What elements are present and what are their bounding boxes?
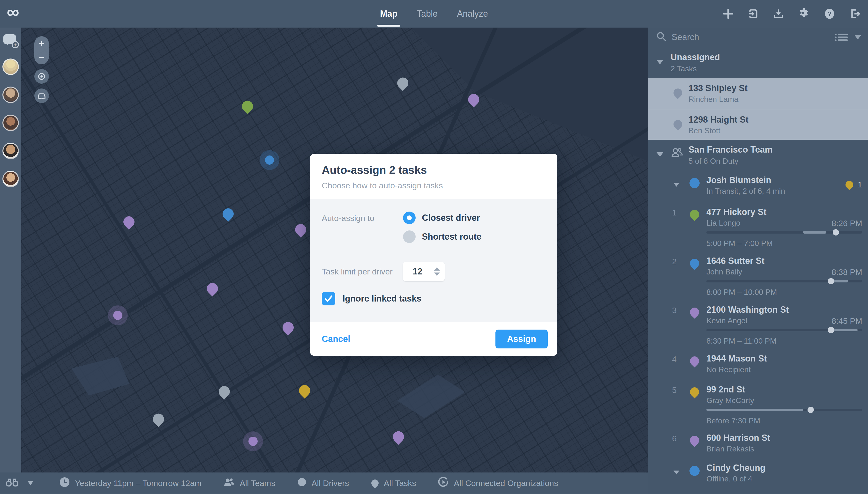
driver-task-row[interactable]: 3 2100 Washington St Kevin Angel 8:45 PM…	[648, 299, 868, 348]
drivers-filter[interactable]: All Drivers	[298, 478, 349, 489]
task-limit-label: Task limit per driver	[322, 267, 403, 277]
driver-task-row[interactable]: 6 600 Harrison St Brian Rekasis	[648, 427, 868, 458]
collapse-triangle-icon[interactable]	[673, 471, 679, 474]
collapse-triangle-icon[interactable]	[673, 183, 679, 187]
teams-filter[interactable]: All Teams	[224, 478, 275, 488]
zoom-in-button[interactable]: +	[39, 38, 44, 49]
map-purple-driver-dot[interactable]	[248, 437, 258, 446]
driver-task-row[interactable]: 2 1646 Sutter St John Baily 8:38 PM 8:00…	[648, 250, 868, 299]
driver-task-row[interactable]: 1 477 Hickory St Lia Longo 8:26 PM 5:00 …	[648, 201, 868, 250]
map-purple-task-pin[interactable]	[121, 214, 137, 230]
driver-task-badge: 1	[846, 180, 862, 189]
task-pin-icon	[688, 385, 701, 398]
checkbox-checked-icon[interactable]	[322, 292, 335, 305]
organizations-icon	[438, 477, 448, 489]
unassigned-task-row[interactable]: 1298 Haight St Ben Stott	[648, 109, 868, 140]
clock-icon	[59, 477, 70, 489]
driver-row-josh-blumstein[interactable]: Josh Blumstein In Transit, 2 of 6, 4 min…	[648, 170, 868, 201]
tab-analyze[interactable]: Analyze	[457, 0, 488, 27]
driver-row-cindy-cheung[interactable]: Cindy Cheung Offline, 0 of 4	[648, 458, 868, 489]
driver-avatar[interactable]	[2, 58, 19, 75]
top-navbar: ∞ Map Table Analyze ?	[0, 0, 868, 27]
unassigned-task-row[interactable]: 133 Shipley St Rinchen Lama	[648, 78, 868, 109]
unassigned-section-header[interactable]: Unassigned 2 Tasks	[648, 48, 868, 78]
help-icon[interactable]: ?	[824, 8, 835, 19]
stepper-up-icon[interactable]	[434, 267, 440, 270]
driver-task-row[interactable]: 4 1944 Mason St No Recipient	[648, 348, 868, 379]
task-pin-icon	[688, 257, 701, 270]
driver-location-dot	[689, 466, 700, 476]
teams-icon	[224, 478, 235, 488]
map-park	[71, 357, 129, 396]
modal-title: Auto-assign 2 tasks	[322, 164, 546, 176]
import-icon[interactable]	[748, 8, 759, 19]
map-purple-task-pin[interactable]	[391, 429, 406, 445]
tasks-filter[interactable]: All Tasks	[371, 478, 416, 488]
organizations-filter[interactable]: All Connected Organizations	[438, 477, 558, 489]
radio-selected-icon[interactable]	[403, 212, 415, 224]
map-purple-task-pin[interactable]	[293, 222, 309, 238]
time-range-filter[interactable]: Yesterday 11pm – Tomorrow 12am	[59, 477, 202, 489]
map-yellow-task-pin[interactable]	[297, 383, 312, 398]
tab-table[interactable]: Table	[417, 0, 438, 27]
map-blue-driver-dot[interactable]	[265, 155, 274, 165]
view-filter[interactable]	[6, 478, 33, 489]
radio-closest-driver[interactable]: Closest driver	[403, 212, 481, 224]
collapse-triangle-icon[interactable]	[657, 152, 663, 157]
ignore-linked-tasks-option[interactable]: Ignore linked tasks	[322, 292, 546, 305]
driver-avatar[interactable]	[2, 115, 19, 131]
map-purple-driver-dot[interactable]	[113, 311, 123, 320]
driver-avatar[interactable]	[2, 171, 19, 187]
sidebar-caret-down-icon[interactable]	[854, 35, 861, 39]
driver-dot-icon	[298, 478, 306, 489]
map-gray-task-pin[interactable]	[395, 75, 411, 91]
map-green-task-pin[interactable]	[240, 98, 255, 114]
task-pin-icon	[688, 434, 701, 447]
stepper-down-icon[interactable]	[434, 272, 440, 276]
logout-icon[interactable]	[850, 8, 860, 19]
caret-down-icon	[27, 481, 33, 485]
add-icon[interactable]	[723, 8, 734, 19]
radio-unselected-icon[interactable]	[403, 230, 415, 243]
vehicle-button[interactable]	[34, 89, 49, 103]
download-icon[interactable]	[773, 8, 784, 19]
team-section-header[interactable]: San Francisco Team 5 of 8 On Duty	[648, 140, 868, 170]
auto-assign-to-label: Auto-assign to	[322, 212, 403, 249]
task-pin-icon	[672, 87, 684, 99]
list-view-icon[interactable]	[838, 34, 848, 41]
task-pin-icon	[688, 208, 701, 221]
task-limit-stepper[interactable]: 12	[403, 262, 445, 281]
task-pin-icon	[672, 118, 684, 131]
active-tab-underline	[377, 25, 400, 26]
task-progress-bar	[706, 408, 862, 411]
search-icon	[657, 32, 666, 43]
map-purple-task-pin[interactable]	[204, 281, 220, 297]
driver-avatar[interactable]	[2, 142, 19, 159]
settings-gear-icon[interactable]	[798, 8, 810, 19]
driver-avatar[interactable]	[2, 87, 19, 103]
task-progress-bar	[706, 280, 862, 282]
zoom-out-button[interactable]: −	[39, 52, 44, 63]
task-limit-value[interactable]: 12	[403, 266, 432, 277]
task-progress-bar	[706, 231, 862, 233]
driver-task-row[interactable]: 5 99 2nd St Gray McCarty Before 7:30 PM	[648, 379, 868, 427]
map-park	[397, 375, 465, 418]
nav-tabs: Map Table Analyze	[380, 0, 488, 27]
collapse-triangle-icon[interactable]	[657, 60, 663, 64]
task-pin-icon	[688, 355, 701, 367]
locate-button[interactable]	[34, 69, 49, 84]
new-chat-icon[interactable]: +	[3, 34, 18, 47]
task-pin-icon	[370, 478, 380, 488]
binoculars-icon	[6, 478, 18, 489]
map-controls: + −	[34, 36, 49, 103]
search-input[interactable]: Search	[671, 32, 838, 42]
cancel-button[interactable]: Cancel	[320, 334, 350, 344]
map-purple-task-pin[interactable]	[280, 320, 296, 335]
radio-shortest-route[interactable]: Shortest route	[403, 230, 481, 243]
tab-map[interactable]: Map	[380, 0, 398, 27]
map-gray-task-pin[interactable]	[151, 411, 166, 427]
map-blue-task-pin[interactable]	[220, 206, 236, 222]
modal-footer: Cancel Assign	[310, 322, 557, 356]
assign-button[interactable]: Assign	[496, 329, 548, 348]
svg-text:?: ?	[827, 10, 831, 18]
